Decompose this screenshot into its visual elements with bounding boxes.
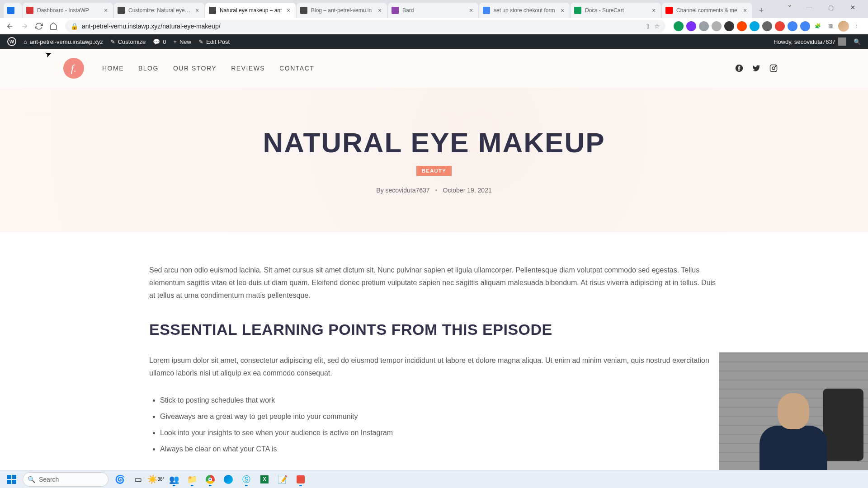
page-title: NATURAL EYE MAKEUP (263, 127, 605, 159)
tab-title: Customize: Natural eye m (128, 7, 191, 14)
site-logo[interactable]: f. (63, 58, 84, 79)
post-date: October 19, 2021 (443, 187, 492, 194)
browser-tab[interactable] (4, 3, 22, 18)
wp-new[interactable]: +New (170, 34, 195, 49)
app-icon[interactable] (292, 472, 309, 487)
copilot-icon[interactable]: 🌀 (111, 472, 128, 487)
wp-logo[interactable]: W (4, 34, 20, 49)
close-icon[interactable]: × (559, 7, 566, 14)
separator-icon: • (435, 187, 438, 194)
tab-title: Docs - SureCart (585, 7, 647, 14)
wp-howdy[interactable]: Howdy, secoviduta7637 (770, 34, 850, 49)
browser-tab[interactable]: Channel comments & me× (662, 3, 752, 18)
menu-item-home[interactable]: HOME (102, 65, 124, 72)
list-item: Giveaways are a great way to get people … (160, 410, 719, 423)
wp-customize[interactable]: ✎Customize (107, 34, 149, 49)
wp-search[interactable]: 🔍 (850, 34, 864, 49)
browser-tab[interactable]: Bard× (388, 3, 478, 18)
wp-site-link[interactable]: ⌂ant-petrel-vemu.instawp.xyz (20, 34, 107, 49)
menu-icon[interactable]: ⋮ (852, 21, 862, 31)
bookmark-icon[interactable]: ☆ (654, 23, 660, 30)
instagram-icon[interactable] (769, 64, 778, 72)
browser-tab[interactable]: set up store chekout form× (479, 3, 570, 18)
browser-tab[interactable]: Docs - SureCart× (571, 3, 661, 18)
close-icon[interactable]: × (741, 7, 749, 14)
chrome-icon[interactable] (202, 472, 219, 487)
extension-icon[interactable] (762, 21, 772, 31)
windows-taskbar: 🔍 Search 🌀 ▭ ☀️38° 👥 📁 Ⓢ X 📝 (0, 470, 868, 488)
main-menu: HOME BLOG OUR STORY REVIEWS CONTACT (102, 65, 314, 72)
side-panel-icon[interactable]: ▥ (826, 21, 835, 31)
post-meta: By secoviduta7637 • October 19, 2021 (376, 187, 491, 194)
home-icon: ⌂ (24, 38, 27, 45)
extension-icon[interactable] (788, 21, 797, 31)
close-icon[interactable]: × (193, 7, 201, 14)
list-item: Always be clear on what your CTA is (160, 443, 719, 455)
lock-icon: 🔒 (71, 23, 78, 30)
extension-icon[interactable] (686, 21, 696, 31)
weather-icon[interactable]: ☀️38° (147, 472, 165, 487)
task-view-icon[interactable]: ▭ (129, 472, 146, 487)
browser-tab[interactable]: Blog – ant-petrel-vemu.in× (297, 3, 387, 18)
brush-icon: ✎ (110, 38, 115, 45)
tab-search-icon[interactable]: ⌄ (783, 1, 797, 8)
reload-button[interactable] (33, 20, 45, 33)
author-link[interactable]: secoviduta7637 (386, 187, 430, 194)
close-icon[interactable]: × (650, 7, 657, 14)
extension-icon[interactable] (674, 21, 684, 31)
skype-icon[interactable]: Ⓢ (238, 472, 255, 487)
taskbar-search[interactable]: 🔍 Search (23, 472, 108, 487)
category-badge[interactable]: BEAUTY (416, 166, 452, 176)
menu-item-blog[interactable]: BLOG (138, 65, 159, 72)
close-icon[interactable]: × (376, 7, 383, 14)
extension-icon[interactable] (737, 21, 747, 31)
browser-tab[interactable]: Dashboard - InstaWP× (23, 3, 113, 18)
wp-edit-post[interactable]: ✎Edit Post (195, 34, 233, 49)
extension-icon[interactable] (724, 21, 734, 31)
teams-icon[interactable]: 👥 (165, 472, 183, 487)
home-button[interactable] (47, 20, 60, 33)
extension-icon[interactable] (750, 21, 760, 31)
forward-button[interactable] (18, 20, 31, 33)
menu-item-reviews[interactable]: REVIEWS (231, 65, 265, 72)
extension-icon[interactable] (800, 21, 810, 31)
menu-item-contact[interactable]: CONTACT (279, 65, 314, 72)
extension-icon[interactable] (712, 21, 722, 31)
close-icon[interactable]: × (285, 7, 292, 14)
url-bar[interactable]: 🔒 ant-petrel-vemu.instawp.xyz/natural-ey… (65, 20, 665, 33)
search-placeholder: Search (39, 476, 59, 483)
file-explorer-icon[interactable]: 📁 (184, 472, 201, 487)
wp-comments[interactable]: 💬0 (149, 34, 170, 49)
minimize-button[interactable]: — (800, 1, 818, 14)
start-button[interactable] (3, 472, 21, 487)
close-icon[interactable]: × (102, 7, 109, 14)
facebook-icon[interactable] (735, 64, 743, 72)
url-text: ant-petrel-vemu.instawp.xyz/natural-eye-… (82, 23, 642, 30)
extension-icon[interactable] (775, 21, 785, 31)
search-icon: 🔍 (854, 38, 861, 45)
tab-title: Bard (402, 7, 465, 14)
excel-icon[interactable]: X (256, 472, 273, 487)
extension-icon[interactable] (699, 21, 709, 31)
extensions-menu-icon[interactable]: 🧩 (813, 21, 823, 31)
wp-admin-bar: W ⌂ant-petrel-vemu.instawp.xyz ✎Customiz… (0, 34, 868, 49)
avatar (838, 38, 846, 46)
twitter-icon[interactable] (752, 64, 760, 72)
tab-title: set up store chekout form (494, 7, 556, 14)
share-icon[interactable]: ⇧ (645, 23, 651, 30)
menu-item-our-story[interactable]: OUR STORY (173, 65, 217, 72)
profile-avatar[interactable] (838, 21, 849, 32)
svg-point-3 (775, 66, 776, 67)
body-paragraph: Lorem ipsum dolor sit amet, consectetur … (149, 354, 719, 380)
new-tab-button[interactable]: + (755, 4, 768, 17)
back-button[interactable] (4, 20, 16, 33)
maximize-button[interactable]: ▢ (822, 1, 840, 14)
close-icon[interactable]: × (467, 7, 475, 14)
notepad-icon[interactable]: 📝 (274, 472, 291, 487)
browser-tab-active[interactable]: Natural eye makeup – ant× (205, 3, 296, 18)
close-window-button[interactable]: ✕ (844, 1, 862, 14)
browser-tab[interactable]: Customize: Natural eye m× (114, 3, 204, 18)
edge-icon[interactable] (220, 472, 237, 487)
hero-section: NATURAL EYE MAKEUP BEAUTY By secoviduta7… (0, 88, 868, 232)
bullet-list: Stick to posting schedules that work Giv… (149, 394, 719, 455)
